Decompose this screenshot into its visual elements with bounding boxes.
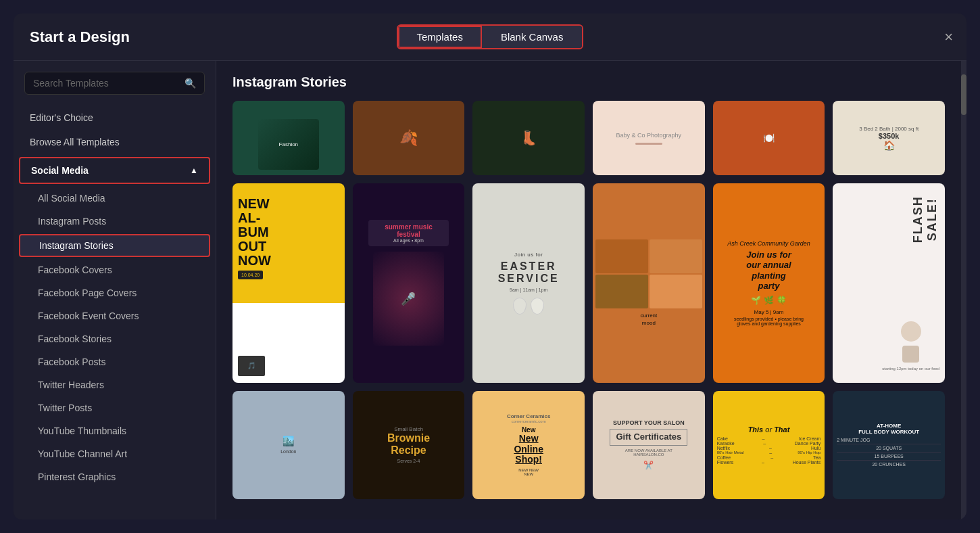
template-card[interactable]: Join us for EASTER SERVICE 9am | 11am | … [472,183,585,383]
sidebar-sub-instagram-posts[interactable]: Instagram Posts [14,210,216,233]
sidebar-sub-twitter-posts[interactable]: Twitter Posts [14,396,216,419]
sidebar-sub-twitter-headers[interactable]: Twitter Headers [14,373,216,396]
sidebar-section-social-media[interactable]: Social Media ▲ [19,157,210,184]
sidebar: 🔍 Editor's Choice Browse All Templates S… [14,61,216,519]
sidebar-item-browse-all[interactable]: Browse All Templates [14,130,216,154]
modal-body: 🔍 Editor's Choice Browse All Templates S… [14,61,966,519]
template-card[interactable]: 👢 [472,101,585,175]
sidebar-sub-facebook-event-covers[interactable]: Facebook Event Covers [14,304,216,327]
template-card[interactable]: NEWAL-BUMOUTNOW 10.04.20 🎵 [232,183,345,383]
tab-group: Templates Blank Canvas [397,24,584,49]
sidebar-sub-youtube-thumbnails[interactable]: YouTube Thumbnails [14,419,216,442]
search-input[interactable] [33,78,180,89]
template-card[interactable]: 🍽️ [713,101,825,175]
template-card[interactable]: AT-HOMEFULL BODY WORKOUT 2 MINUTE JOG 20… [833,391,945,499]
modal-header: Start a Design Templates Blank Canvas × [14,14,966,61]
content-area: Instagram Stories Fashion [216,61,961,519]
sidebar-sub-all-social[interactable]: All Social Media [14,187,216,210]
template-card[interactable]: Baby & Co Photography [593,101,705,175]
template-card[interactable]: 3 Bed 2 Bath | 2000 sq ft $350k 🏠 [833,101,945,175]
scrollbar-thumb [961,74,966,115]
sidebar-sub-pinterest[interactable]: Pinterest Graphics [14,465,216,488]
content-title: Instagram Stories [232,74,945,90]
template-card[interactable]: Corner Ceramics cornerceramic.com New Ne… [472,391,585,499]
close-button[interactable]: × [944,30,953,45]
template-card[interactable]: SUPPORT YOUR SALON Gift Certificates ARE… [593,391,705,499]
template-card[interactable]: summer music festival All ages • 8pm 🎤 [353,183,465,383]
template-card[interactable]: 🍂 [353,101,465,175]
tab-blank-canvas[interactable]: Blank Canvas [482,26,583,48]
template-card[interactable]: 🏙️ London [232,391,345,499]
template-card[interactable]: Fashion [232,101,345,175]
sidebar-sub-facebook-stories[interactable]: Facebook Stories [14,327,216,350]
template-card[interactable]: FLASH SALE! starting 12pm today on our f… [833,183,945,383]
template-card[interactable]: Ash Creek Community Garden Join us forou… [713,183,825,383]
template-card[interactable]: current mood [593,183,705,383]
tab-templates[interactable]: Templates [398,26,482,48]
start-design-modal: Start a Design Templates Blank Canvas × … [14,14,966,519]
sidebar-sub-facebook-covers[interactable]: Facebook Covers [14,258,216,281]
modal-title: Start a Design [30,28,130,46]
sidebar-item-editors-choice[interactable]: Editor's Choice [14,106,216,130]
search-box[interactable]: 🔍 [24,72,205,95]
sidebar-sub-facebook-page-covers[interactable]: Facebook Page Covers [14,281,216,304]
templates-grid: Fashion 🍂 👢 Baby & Co Photography [232,101,945,499]
scrollbar[interactable] [961,61,966,519]
sidebar-sub-facebook-posts[interactable]: Facebook Posts [14,350,216,373]
template-card[interactable]: This or That Cake–Ice Cream Karaoke–Danc… [713,391,825,499]
template-card[interactable]: Small Batch BrownieRecipe Serves 2-4 [353,391,465,499]
sidebar-sub-youtube-channel-art[interactable]: YouTube Channel Art [14,442,216,465]
chevron-up-icon: ▲ [190,166,198,175]
sidebar-sub-instagram-stories[interactable]: Instagram Stories [19,234,210,257]
search-icon: 🔍 [185,78,196,89]
